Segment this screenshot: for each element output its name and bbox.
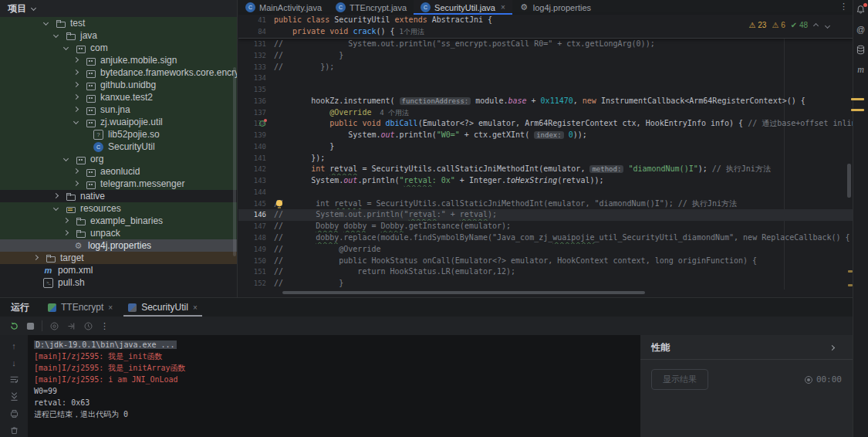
line-number[interactable]: 141 bbox=[238, 153, 266, 164]
rerun-button[interactable] bbox=[9, 321, 19, 331]
tree-item[interactable]: zj.wuaipojie.util bbox=[0, 116, 237, 128]
console-output[interactable]: D:\jdk-19.0.1\bin\java.exe ...[main]I/zj… bbox=[28, 335, 640, 437]
database-icon[interactable] bbox=[855, 43, 867, 56]
editor-tab-SecurityUtil.java[interactable]: CSecurityUtil.java× bbox=[414, 0, 512, 15]
editor-tab-TTEncrypt.java[interactable]: CTTEncrypt.java bbox=[329, 0, 414, 15]
chevron-right-icon[interactable] bbox=[33, 255, 39, 261]
chevron-down-icon[interactable] bbox=[63, 156, 69, 162]
performance-header[interactable]: 性能 bbox=[640, 335, 853, 360]
line-number[interactable]: 150 bbox=[238, 256, 266, 267]
tree-item[interactable]: example_binaries bbox=[0, 215, 237, 227]
tree-item[interactable]: org bbox=[0, 153, 237, 165]
chevron-right-icon[interactable] bbox=[63, 230, 69, 236]
line-number[interactable]: 144 bbox=[238, 187, 266, 198]
tree-item[interactable]: target bbox=[0, 252, 237, 264]
run-tab-TTEncrypt[interactable]: TTEncrypt× bbox=[40, 298, 120, 317]
more-options-icon[interactable]: ⋮ bbox=[100, 321, 109, 331]
chevron-right-icon[interactable] bbox=[53, 193, 59, 199]
clear-all-icon[interactable] bbox=[8, 425, 20, 436]
line-number[interactable]: 148 bbox=[238, 232, 266, 244]
line-number[interactable]: 151 bbox=[238, 266, 266, 278]
editor-options-icon[interactable]: ⋮ bbox=[839, 2, 848, 12]
tree-item[interactable]: ⚙log4j.properties bbox=[0, 239, 237, 252]
next-problem-icon[interactable] bbox=[825, 22, 831, 29]
project-panel-header[interactable]: 项目 bbox=[0, 0, 237, 17]
close-icon[interactable]: × bbox=[501, 3, 505, 12]
line-number[interactable]: 135 bbox=[238, 84, 266, 96]
run-tab-SecurityUtil[interactable]: SecurityUtil× bbox=[120, 298, 205, 317]
editor-tab-log4j.properties[interactable]: ⚙log4j.properties bbox=[512, 0, 598, 15]
tree-item[interactable]: github.unidbg bbox=[0, 79, 237, 91]
tree-item[interactable]: aeonlucid bbox=[0, 165, 237, 178]
line-number[interactable]: 132 bbox=[238, 50, 266, 62]
line-number[interactable]: 137 bbox=[238, 107, 266, 119]
error-stripe-mark[interactable] bbox=[851, 98, 864, 100]
intention-bulb-icon[interactable] bbox=[276, 200, 282, 206]
tree-item[interactable]: sun.jna bbox=[0, 103, 237, 116]
editor-tab-MainActivity.java[interactable]: CMainActivity.java bbox=[238, 0, 329, 15]
line-number[interactable]: 152 bbox=[238, 278, 266, 290]
editor-vertical-scrollbar[interactable] bbox=[847, 164, 851, 198]
chevron-right-icon[interactable] bbox=[829, 345, 836, 351]
tree-item[interactable]: kanxue.test2 bbox=[0, 91, 237, 103]
coverage-icon[interactable] bbox=[49, 321, 59, 331]
line-number[interactable]: 84 bbox=[238, 26, 266, 38]
line-number[interactable]: 140 bbox=[238, 141, 266, 153]
tree-item[interactable]: test bbox=[0, 17, 237, 29]
error-stripe-mark[interactable] bbox=[851, 109, 864, 111]
up-stack-icon[interactable]: ↑ bbox=[8, 340, 20, 351]
chevron-down-icon[interactable] bbox=[73, 119, 79, 125]
error-stripe-mark[interactable] bbox=[848, 270, 853, 273]
editor-horizontal-scrollbar[interactable] bbox=[282, 291, 645, 294]
soft-wrap-icon[interactable] bbox=[8, 374, 20, 385]
close-icon[interactable]: × bbox=[108, 303, 113, 312]
line-number[interactable]: 149 bbox=[238, 244, 266, 256]
tree-item[interactable]: java bbox=[0, 29, 237, 42]
line-number[interactable]: 147 bbox=[238, 221, 266, 232]
chevron-right-icon[interactable] bbox=[73, 57, 79, 63]
chevron-down-icon[interactable] bbox=[63, 45, 69, 51]
inspections-widget[interactable]: ⚠ 23 ⚠ 6 ✔ 48 bbox=[749, 21, 831, 29]
chevron-right-icon[interactable] bbox=[63, 218, 69, 224]
chevron-right-icon[interactable] bbox=[73, 168, 79, 174]
attach-debugger-icon[interactable] bbox=[66, 321, 76, 331]
chevron-right-icon[interactable] bbox=[73, 107, 79, 113]
maven-panel-icon[interactable]: m bbox=[855, 63, 867, 76]
ai-assistant-icon[interactable]: @ bbox=[855, 23, 867, 36]
chevron-right-icon[interactable] bbox=[73, 181, 79, 187]
scroll-to-end-icon[interactable] bbox=[8, 391, 20, 402]
chevron-down-icon[interactable] bbox=[43, 20, 49, 26]
chevron-right-icon[interactable] bbox=[73, 94, 79, 100]
tree-item[interactable]: unpack bbox=[0, 227, 237, 239]
tree-item[interactable]: bytedance.frameworks.core.encrypt bbox=[0, 66, 237, 79]
line-number[interactable]: 41 bbox=[238, 15, 266, 26]
tree-item[interactable]: anjuke.mobile.sign bbox=[0, 54, 237, 66]
down-stack-icon[interactable]: ↓ bbox=[8, 357, 20, 368]
line-number[interactable]: 131 bbox=[238, 39, 266, 50]
code-lines[interactable]: 131// System.out.println("ss_encrypt.pos… bbox=[238, 39, 853, 290]
line-number[interactable]: 136 bbox=[238, 96, 266, 107]
tree-item[interactable]: telegram.messenger bbox=[0, 178, 237, 190]
tree-item[interactable]: mpom.xml bbox=[0, 264, 237, 276]
error-stripe-mark[interactable] bbox=[848, 284, 853, 286]
print-icon[interactable] bbox=[8, 408, 20, 419]
prev-problem-icon[interactable] bbox=[813, 22, 819, 29]
tree-item[interactable]: resources bbox=[0, 202, 237, 215]
tree-item[interactable]: native bbox=[0, 190, 237, 202]
line-number[interactable]: 139 bbox=[238, 130, 266, 141]
tree-item[interactable]: >_pull.sh bbox=[0, 276, 237, 289]
project-tree-scrollbar[interactable] bbox=[233, 67, 236, 256]
line-number[interactable]: 143 bbox=[238, 175, 266, 187]
tree-item[interactable]: CSecurityUtil bbox=[0, 141, 237, 153]
chevron-down-icon[interactable] bbox=[31, 5, 37, 12]
profiler-icon[interactable] bbox=[83, 321, 93, 331]
stop-button[interactable] bbox=[26, 322, 35, 330]
chevron-right-icon[interactable] bbox=[73, 69, 79, 76]
line-number[interactable]: 133 bbox=[238, 62, 266, 73]
close-icon[interactable]: × bbox=[193, 303, 198, 312]
line-number[interactable]: 134 bbox=[238, 73, 266, 84]
chevron-right-icon[interactable] bbox=[73, 82, 79, 88]
tree-item[interactable]: ?lib52pojie.so bbox=[0, 128, 237, 141]
show-result-button[interactable]: 显示结果 bbox=[651, 369, 708, 390]
line-number[interactable]: 145 bbox=[238, 198, 266, 210]
